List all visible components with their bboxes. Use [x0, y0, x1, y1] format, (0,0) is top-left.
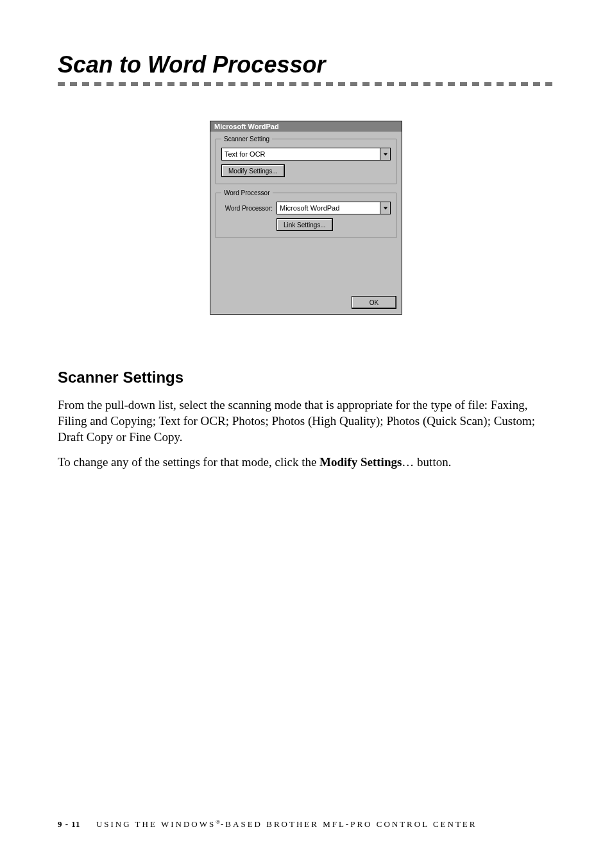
- word-processor-value: Microsoft WordPad: [280, 204, 339, 212]
- settings-dialog: Microsoft WordPad Scanner Setting Text f…: [210, 121, 402, 315]
- page-number: 9 - 11: [58, 819, 81, 829]
- svg-marker-0: [383, 153, 387, 155]
- page-footer: 9 - 11 USING THE WINDOWS®-BASED BROTHER …: [58, 819, 477, 829]
- para2-post: … button.: [402, 455, 451, 469]
- chevron-down-icon[interactable]: [380, 202, 390, 214]
- scanner-setting-group: Scanner Setting Text for OCR Modify Sett…: [216, 135, 396, 184]
- word-processor-group: Word Processor Word Processor: Microsoft…: [216, 189, 396, 238]
- footer-text-post: -BASED BROTHER MFL-PRO CONTROL CENTER: [221, 819, 477, 829]
- scanner-setting-legend: Scanner Setting: [221, 135, 272, 143]
- scan-mode-value: Text for OCR: [225, 150, 266, 158]
- scan-mode-select[interactable]: Text for OCR: [221, 148, 391, 161]
- registered-mark: ®: [216, 819, 221, 825]
- section-heading-scanner-settings: Scanner Settings: [58, 369, 554, 386]
- ok-button[interactable]: OK: [352, 296, 396, 309]
- link-settings-button[interactable]: Link Settings...: [276, 218, 333, 231]
- paragraph-2: To change any of the settings for that m…: [58, 454, 554, 470]
- paragraph-1: From the pull-down list, select the scan…: [58, 397, 554, 445]
- footer-text-pre: USING THE WINDOWS: [96, 819, 216, 829]
- chevron-down-icon[interactable]: [380, 148, 390, 160]
- word-processor-legend: Word Processor: [221, 189, 273, 196]
- word-processor-label: Word Processor:: [221, 205, 273, 212]
- title-underline: [58, 82, 554, 91]
- modify-settings-button[interactable]: Modify Settings...: [221, 164, 285, 177]
- page-title: Scan to Word Processor: [58, 51, 554, 78]
- para2-pre: To change any of the settings for that m…: [58, 455, 319, 469]
- para2-bold: Modify Settings: [319, 455, 402, 469]
- dialog-titlebar: Microsoft WordPad: [210, 121, 402, 132]
- svg-marker-1: [383, 207, 387, 209]
- word-processor-select[interactable]: Microsoft WordPad: [276, 202, 391, 214]
